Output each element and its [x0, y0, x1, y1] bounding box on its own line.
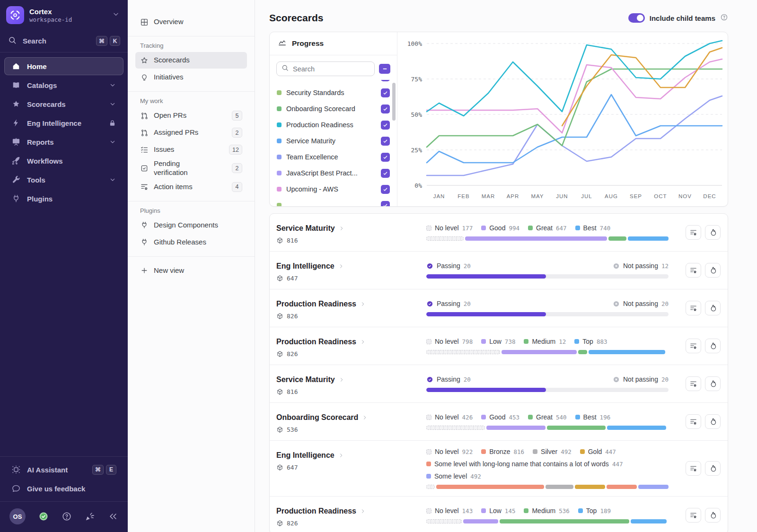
nav2-item-action-items[interactable]: Action items4 [135, 179, 247, 195]
sidebar-item-scorecards[interactable]: Scorecards [4, 95, 123, 113]
legend-checkbox[interactable] [381, 185, 390, 194]
level-count: 447 [605, 448, 616, 455]
action-items-button[interactable] [686, 376, 701, 391]
lock-icon [108, 119, 116, 127]
scorecard-title[interactable]: Service Maturity [276, 375, 426, 384]
nav2-item-overview[interactable]: Overview [135, 14, 247, 30]
nav2-item-design-components[interactable]: Design Components [135, 217, 247, 234]
sidebar-item-eng-intelligence[interactable]: Eng Intelligence [4, 114, 123, 132]
legend-checkbox[interactable] [381, 105, 390, 113]
nav2-item-open-prs[interactable]: Open PRs5 [135, 107, 247, 124]
legend-checkbox[interactable] [381, 201, 390, 207]
birds-eye-button[interactable] [705, 339, 721, 353]
not-passing-icon [613, 376, 620, 383]
action-items-button[interactable] [686, 461, 701, 476]
scrollbar[interactable] [392, 83, 396, 121]
scorecard-title[interactable]: Production Readiness [276, 300, 426, 308]
legend-checkbox[interactable] [381, 137, 390, 146]
scorecard-title[interactable]: Production Readiness [276, 338, 426, 346]
birds-eye-button[interactable] [705, 508, 721, 523]
legend-checkbox[interactable] [381, 88, 390, 97]
global-search[interactable]: Search ⌘K [0, 30, 128, 52]
level-badge: Low738 [481, 338, 515, 345]
birds-eye-button[interactable] [705, 414, 721, 429]
boxp-icon [276, 350, 283, 358]
sidebar-item-reports[interactable]: Reports [4, 133, 123, 151]
legend-checkbox[interactable] [381, 153, 390, 162]
level-label: Good [489, 413, 505, 421]
level-count: 12 [661, 262, 669, 270]
include-child-teams-toggle[interactable] [628, 13, 645, 23]
legend-item[interactable]: Onboarding Scorecard [270, 101, 397, 117]
sidebar-item-plugins[interactable]: Plugins [4, 190, 123, 208]
legend-search-input[interactable] [293, 65, 370, 73]
legend-checkbox[interactable] [381, 121, 390, 130]
nav2-item-issues[interactable]: Issues12 [135, 141, 247, 158]
legend-item[interactable] [270, 197, 397, 206]
sidebar-item-workflows[interactable]: Workflows [4, 152, 123, 170]
party-button[interactable] [85, 511, 95, 522]
level-distribution-bar [426, 350, 669, 354]
count-badge: 5 [232, 111, 242, 121]
scorecard-title[interactable]: Eng Intelligence [276, 451, 426, 460]
legend-item[interactable]: Upcoming - AWS [270, 181, 397, 197]
level-label: Great [536, 413, 553, 421]
nav2-item-label: Assigned PRs [154, 128, 198, 137]
birds-eye-button[interactable] [705, 376, 721, 391]
checkc-button[interactable] [38, 511, 49, 522]
birds-eye-button[interactable] [705, 461, 721, 476]
sidebar-item-ai-assistant[interactable]: AI Assistant⌘E [4, 461, 123, 479]
action-icon [689, 418, 697, 426]
legend-item[interactable]: Team Excellence [270, 80, 397, 85]
scorecard-title[interactable]: Service Maturity [276, 224, 426, 233]
scorecard-title[interactable]: Eng Intelligence [276, 262, 426, 270]
help-icon[interactable] [720, 13, 728, 23]
no-level-swatch [426, 339, 431, 344]
legend-checkbox[interactable] [381, 80, 390, 81]
nav2-item-label: Issues [154, 145, 174, 154]
action-items-button[interactable] [686, 225, 701, 240]
sidebar-item-catalogs[interactable]: Catalogs [4, 76, 123, 94]
rocket-icon [11, 156, 21, 166]
action-items-button[interactable] [686, 339, 701, 353]
legend-item[interactable]: JavaScript Best Pract... [270, 165, 397, 181]
scorecard-title[interactable]: Onboarding Scorecard [276, 413, 426, 422]
action-items-button[interactable] [686, 301, 701, 315]
birds-eye-button[interactable] [705, 301, 721, 315]
legend-item[interactable]: Production Readiness [270, 117, 397, 133]
scorecard-title[interactable]: Production Readiness [276, 507, 426, 515]
nav2-item-github-releases[interactable]: Github Releases [135, 234, 247, 251]
level-badge: No level177 [426, 224, 473, 232]
select-all-checkbox[interactable] [379, 64, 390, 74]
question-button[interactable] [62, 511, 72, 522]
nav2-item-assigned-prs[interactable]: Assigned PRs2 [135, 124, 247, 141]
scorecard-row: Production Readiness826No level143Low145… [270, 496, 728, 532]
legend-item[interactable]: Security Standards [270, 85, 397, 101]
svg-text:0%: 0% [414, 182, 422, 189]
level-badge: Not passing20 [613, 300, 669, 307]
action-items-button[interactable] [686, 508, 701, 523]
sidebar-item-home[interactable]: Home [4, 57, 123, 75]
legend-item[interactable]: Service Maturity [270, 133, 397, 149]
collapse-button[interactable] [108, 511, 118, 522]
birds-eye-button[interactable] [705, 263, 721, 278]
level-distribution-bar [426, 426, 669, 430]
sidebar-item-tools[interactable]: Tools [4, 171, 123, 189]
workspace-switcher[interactable]: Cortex workspace-id [0, 0, 128, 30]
sidebar-item-label: Catalogs [27, 81, 57, 89]
user-avatar[interactable]: OS [9, 508, 26, 524]
pending-icon [140, 164, 149, 173]
nav2-item-initiatives[interactable]: Initiatives [135, 69, 247, 86]
nav2-item-pending-verification[interactable]: Pending verification2 [135, 158, 247, 178]
bar-segment-great [608, 236, 626, 241]
sidebar-item-give-us-feedback[interactable]: Give us feedback [4, 480, 123, 497]
nav2-item-new-view[interactable]: New view [135, 262, 247, 279]
flame-icon [709, 464, 717, 472]
nav2-item-scorecards[interactable]: Scorecards [135, 52, 247, 69]
legend-item[interactable]: Team Excellence [270, 149, 397, 165]
action-items-button[interactable] [686, 263, 701, 278]
svg-text:FEB: FEB [458, 193, 469, 199]
legend-checkbox[interactable] [381, 169, 390, 178]
birds-eye-button[interactable] [705, 225, 721, 240]
action-items-button[interactable] [686, 414, 701, 429]
